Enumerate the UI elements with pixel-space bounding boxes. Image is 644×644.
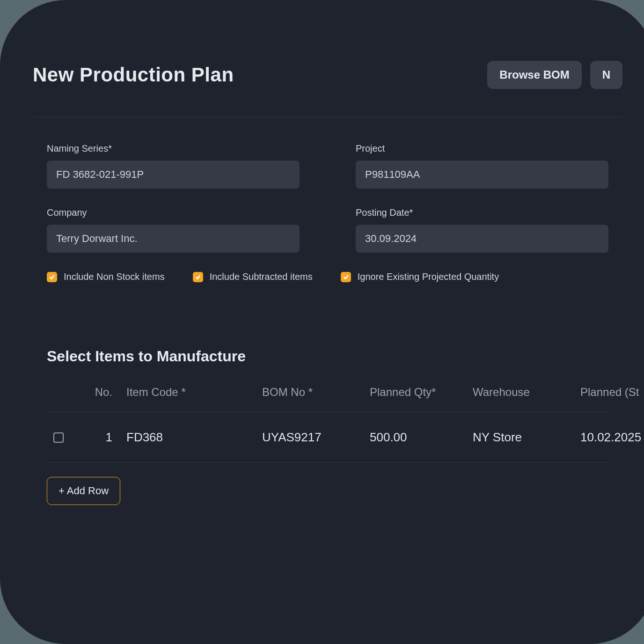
production-plan-card: New Production Plan Browse BOM N Naming … bbox=[0, 0, 644, 644]
cell-planned-start: 10.02.2025 bbox=[580, 430, 644, 445]
company-label: Company bbox=[47, 207, 300, 218]
browse-bom-button[interactable]: Browse BOM bbox=[487, 61, 581, 89]
cell-warehouse: NY Store bbox=[473, 430, 576, 445]
next-button[interactable]: N bbox=[590, 61, 622, 89]
table-header: No. Item Code * BOM No * Planned Qty* Wa… bbox=[47, 379, 608, 412]
col-item-code: Item Code * bbox=[126, 386, 257, 399]
header-actions: Browse BOM N bbox=[487, 61, 622, 89]
company-field: Company bbox=[47, 207, 300, 253]
row-checkbox[interactable] bbox=[53, 432, 64, 443]
items-section-title: Select Items to Manufacture bbox=[33, 348, 622, 365]
ignore-projected-checkbox[interactable]: Ignore Existing Projected Quantity bbox=[341, 271, 499, 282]
company-input[interactable] bbox=[47, 225, 300, 253]
check-icon bbox=[193, 272, 203, 282]
form-area: Naming Series* Project Company Posting D… bbox=[33, 117, 622, 282]
col-warehouse: Warehouse bbox=[473, 386, 576, 399]
naming-series-input[interactable] bbox=[47, 161, 300, 189]
col-bom-no: BOM No * bbox=[262, 386, 365, 399]
checkbox-row: Include Non Stock items Include Subtract… bbox=[47, 271, 608, 282]
ignore-projected-label: Ignore Existing Projected Quantity bbox=[358, 271, 499, 282]
naming-series-label: Naming Series* bbox=[47, 143, 300, 154]
col-planned-start: Planned (St bbox=[580, 386, 644, 399]
project-label: Project bbox=[356, 143, 608, 154]
include-subtracted-label: Include Subtracted items bbox=[210, 271, 313, 282]
posting-date-label: Posting Date* bbox=[356, 207, 608, 218]
header: New Production Plan Browse BOM N bbox=[33, 61, 622, 117]
cell-bom-no: UYAS9217 bbox=[262, 430, 365, 445]
project-input[interactable] bbox=[356, 161, 608, 189]
check-icon bbox=[47, 272, 57, 282]
cell-planned-qty: 500.00 bbox=[370, 430, 468, 445]
add-row-button[interactable]: + Add Row bbox=[47, 477, 120, 505]
posting-date-input[interactable] bbox=[356, 225, 608, 253]
cell-no: 1 bbox=[80, 430, 122, 445]
table-row[interactable]: 1 FD368 UYAS9217 500.00 NY Store 10.02.2… bbox=[47, 412, 608, 463]
naming-series-field: Naming Series* bbox=[47, 143, 300, 189]
include-non-stock-label: Include Non Stock items bbox=[64, 271, 165, 282]
page-title: New Production Plan bbox=[33, 64, 234, 86]
include-non-stock-checkbox[interactable]: Include Non Stock items bbox=[47, 271, 165, 282]
col-planned-qty: Planned Qty* bbox=[370, 386, 468, 399]
project-field: Project bbox=[356, 143, 608, 189]
check-icon bbox=[341, 272, 351, 282]
include-subtracted-checkbox[interactable]: Include Subtracted items bbox=[193, 271, 313, 282]
cell-item-code: FD368 bbox=[126, 430, 257, 445]
items-table: No. Item Code * BOM No * Planned Qty* Wa… bbox=[33, 379, 622, 463]
posting-date-field: Posting Date* bbox=[356, 207, 608, 253]
col-no: No. bbox=[80, 386, 122, 399]
